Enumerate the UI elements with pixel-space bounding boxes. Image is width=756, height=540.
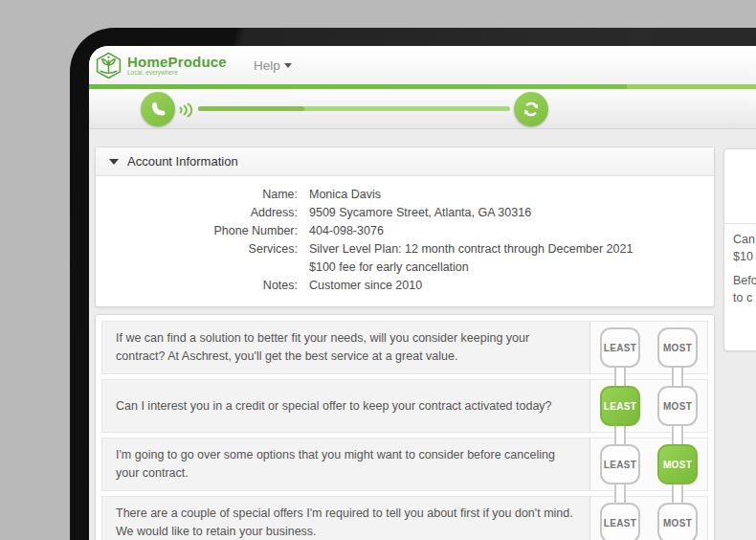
least-button[interactable]: LEAST bbox=[600, 444, 640, 484]
field-label: Phone Number: bbox=[111, 222, 298, 240]
least-column: LEAST bbox=[600, 503, 640, 540]
least-column: LEAST bbox=[600, 327, 640, 368]
field-value: Customer since 2010 bbox=[309, 277, 699, 295]
right-panel-text-line: Befo bbox=[733, 272, 756, 289]
statement-text: Can I interest you in a credit or specia… bbox=[116, 397, 552, 416]
statement-buttons: LEAST MOST bbox=[590, 322, 707, 373]
connector bbox=[672, 423, 683, 446]
most-button[interactable]: MOST bbox=[657, 503, 698, 540]
brand-name: HomeProduce bbox=[127, 55, 227, 69]
most-column: MOST bbox=[657, 444, 698, 484]
statement-text: If we can find a solution to better fit … bbox=[116, 329, 576, 366]
statement-text: I'm going to go over some options that y… bbox=[116, 446, 576, 483]
account-information-header[interactable]: Account Information bbox=[96, 147, 714, 176]
brand-block: HomeProduce Local, everywhere bbox=[127, 55, 227, 77]
account-field: Services: Silver Level Plan: 12 month co… bbox=[111, 240, 699, 277]
help-label: Help bbox=[254, 58, 280, 73]
field-value: Silver Level Plan: 12 month contract thr… bbox=[309, 240, 699, 277]
field-label: Address: bbox=[111, 204, 298, 222]
field-label: Notes: bbox=[111, 277, 298, 295]
least-column: LEAST bbox=[600, 386, 640, 426]
statement-text-cell: There are a couple of special offers I'm… bbox=[102, 497, 590, 540]
field-value-line: Customer since 2010 bbox=[309, 277, 699, 295]
brand-tagline: Local, everywhere bbox=[127, 70, 227, 77]
right-panel-text-line: $10 bbox=[733, 248, 756, 265]
statement-text-cell: I'm going to go over some options that y… bbox=[102, 439, 590, 490]
right-panel-top-section bbox=[724, 149, 756, 224]
connector bbox=[614, 423, 626, 446]
homeproduce-logo-icon bbox=[95, 52, 122, 79]
spacer bbox=[733, 265, 756, 272]
field-value: Monica Davis bbox=[309, 186, 699, 204]
call-control-strip bbox=[89, 89, 756, 129]
connector bbox=[672, 482, 683, 505]
statement-row: There are a couple of special offers I'm… bbox=[101, 496, 708, 540]
phone-button[interactable] bbox=[141, 92, 175, 126]
least-button[interactable]: LEAST bbox=[600, 327, 640, 368]
connector bbox=[614, 482, 626, 505]
field-label: Services: bbox=[111, 240, 298, 277]
right-panel-text: Can$10Befoto c bbox=[724, 224, 756, 306]
most-button[interactable]: MOST bbox=[657, 386, 698, 426]
statement-text-cell: If we can find a solution to better fit … bbox=[102, 322, 590, 373]
field-value-line: 404-098-3076 bbox=[309, 222, 699, 240]
field-value: 9509 Sycamore Street, Atlanta, GA 30316 bbox=[309, 204, 699, 222]
call-progress-track[interactable] bbox=[198, 106, 510, 111]
right-side-panel: Can$10Befoto c bbox=[723, 148, 756, 351]
most-column: MOST bbox=[657, 386, 698, 426]
account-information-title: Account Information bbox=[127, 154, 238, 169]
statement-row: Can I interest you in a credit or specia… bbox=[101, 379, 708, 433]
statement-buttons: LEAST MOST bbox=[590, 380, 707, 432]
most-button[interactable]: MOST bbox=[657, 327, 698, 368]
field-label: Name: bbox=[111, 186, 298, 204]
statements-list: If we can find a solution to better fit … bbox=[101, 321, 708, 540]
least-button[interactable]: LEAST bbox=[600, 503, 640, 540]
connector bbox=[672, 365, 683, 388]
field-value-line: 9509 Sycamore Street, Atlanta, GA 30316 bbox=[309, 204, 699, 222]
help-menu[interactable]: Help bbox=[254, 58, 292, 73]
account-information-body: Name: Monica Davis Address: 9509 Sycamor… bbox=[96, 176, 714, 306]
account-field: Phone Number: 404-098-3076 bbox=[111, 222, 699, 240]
statement-text: There are a couple of special offers I'm… bbox=[116, 505, 576, 540]
field-value-line: $100 fee for early cancellation bbox=[309, 259, 699, 277]
field-value-line: Monica Davis bbox=[309, 186, 699, 204]
right-panel-text-line: Can bbox=[733, 231, 756, 248]
chevron-down-icon bbox=[284, 63, 292, 68]
field-value: 404-098-3076 bbox=[309, 222, 699, 240]
least-button[interactable]: LEAST bbox=[600, 386, 640, 426]
right-panel-text-line: to c bbox=[733, 289, 756, 306]
app-header: HomeProduce Local, everywhere Help bbox=[89, 46, 756, 84]
connector bbox=[614, 365, 626, 388]
statement-text-cell: Can I interest you in a credit or specia… bbox=[102, 380, 590, 432]
refresh-button[interactable] bbox=[514, 92, 548, 126]
account-field: Address: 9509 Sycamore Street, Atlanta, … bbox=[111, 204, 699, 222]
statement-buttons: LEAST MOST bbox=[590, 497, 707, 540]
call-progress-fill bbox=[198, 106, 304, 111]
account-field: Notes: Customer since 2010 bbox=[111, 277, 699, 295]
account-information-panel: Account Information Name: Monica Davis A… bbox=[95, 146, 715, 307]
most-column: MOST bbox=[657, 503, 698, 540]
statement-buttons: LEAST MOST bbox=[590, 439, 707, 490]
account-field: Name: Monica Davis bbox=[111, 186, 699, 204]
field-value-line: Silver Level Plan: 12 month contract thr… bbox=[309, 240, 699, 259]
statement-row: I'm going to go over some options that y… bbox=[101, 438, 708, 491]
phone-icon bbox=[148, 100, 167, 119]
refresh-icon bbox=[522, 100, 541, 119]
statement-row: If we can find a solution to better fit … bbox=[101, 321, 708, 374]
most-column: MOST bbox=[657, 327, 698, 368]
sound-waves-icon bbox=[178, 99, 195, 122]
app-screen: HomeProduce Local, everywhere Help 30:58 bbox=[89, 46, 756, 540]
collapse-triangle-icon bbox=[109, 159, 119, 165]
least-column: LEAST bbox=[600, 444, 640, 484]
most-button[interactable]: MOST bbox=[657, 444, 698, 484]
statements-panel: If we can find a solution to better fit … bbox=[95, 314, 715, 540]
